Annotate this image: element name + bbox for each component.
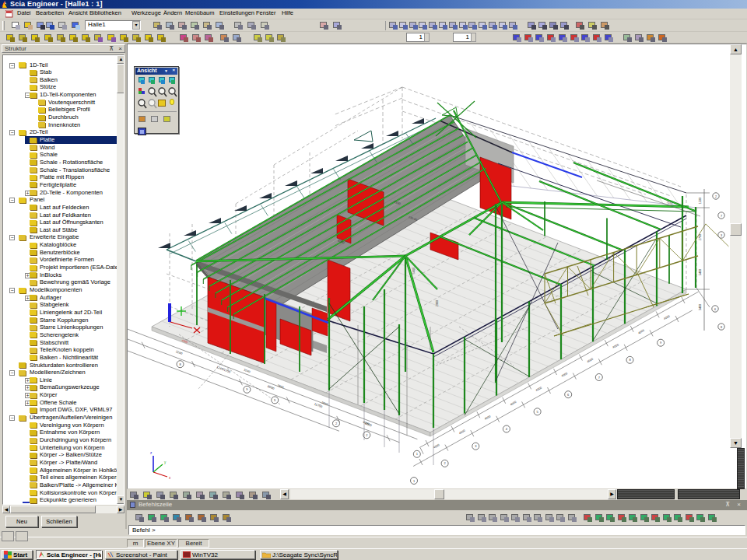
svg-text:y: y [164,460,167,464]
svg-text:4000: 4000 [663,315,670,321]
svg-text:4000: 4000 [433,443,440,450]
svg-text:1500: 1500 [699,198,702,204]
svg-text:8: 8 [721,326,722,329]
svg-text:7: 7 [721,215,722,218]
svg-text:6000: 6000 [267,384,275,390]
svg-text:z: z [150,451,153,455]
svg-text:6: 6 [714,308,716,311]
svg-text:2700: 2700 [699,234,702,240]
svg-text:4000: 4000 [535,387,542,393]
svg-text:x: x [169,476,171,480]
svg-text:4000: 4000 [484,415,491,421]
svg-text:4000: 4000 [612,343,619,349]
svg-text:4000: 4000 [510,401,517,407]
svg-text:5400: 5400 [412,267,416,275]
svg-text:3240: 3240 [175,349,184,355]
svg-text:2: 2 [715,195,717,198]
svg-text:4000: 4000 [587,358,594,364]
svg-text:5400: 5400 [699,269,702,275]
svg-text:4000: 4000 [458,429,465,436]
svg-text:3: 3 [721,234,722,237]
svg-text:4000: 4000 [561,372,568,378]
svg-text:7893: 7893 [277,384,284,390]
svg-text:4000: 4000 [637,329,644,335]
svg-text:3240: 3240 [244,369,251,374]
svg-text:3400: 3400 [699,304,702,310]
svg-text:1240/1250: 1240/1250 [216,365,232,374]
svg-text:2900: 2900 [436,300,439,306]
